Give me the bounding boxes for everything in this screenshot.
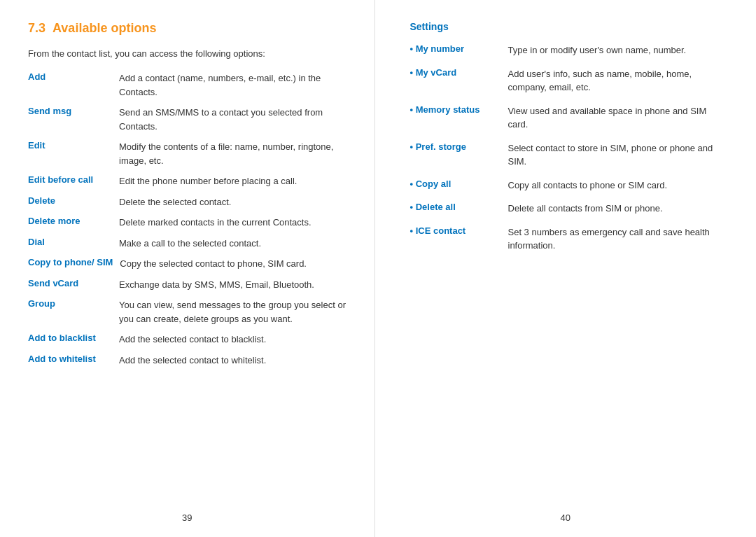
option-label: Edit before call [28, 174, 119, 185]
settings-item-row: My vCardAdd user's info, such as name, m… [410, 67, 729, 95]
section-title: Available options [52, 21, 156, 36]
settings-item-row: Copy allCopy all contacts to phone or SI… [410, 179, 729, 193]
option-description: Copy the selected contact to phone, SIM … [120, 257, 346, 271]
settings-item-description: Set 3 numbers as emergency call and save… [508, 225, 729, 253]
settings-item-label: My number [410, 43, 508, 54]
settings-item-description: Add user's info, such as name, mobile, h… [508, 67, 729, 95]
settings-item-label: My vCard [410, 67, 508, 78]
option-row: Send vCardExchange data by SMS, MMS, Ema… [28, 278, 346, 292]
left-page: 7.3 Available options From the contact l… [0, 0, 375, 537]
settings-item-description: Type in or modify user's own name, numbe… [508, 43, 729, 57]
settings-item-row: Pref. storgeSelect contact to store in S… [410, 141, 729, 169]
option-row: DeleteDelete the selected contact. [28, 195, 346, 209]
settings-item-row: My numberType in or modify user's own na… [410, 43, 729, 57]
settings-item-description: Delete all contacts from SIM or phone. [508, 202, 729, 216]
settings-item-row: ICE contactSet 3 numbers as emergency ca… [410, 225, 729, 253]
settings-title: Settings [410, 21, 729, 32]
option-row: Delete moreDelete marked contacts in the… [28, 216, 346, 230]
option-label: Add to blacklist [28, 333, 119, 343]
option-label: Add to whitelist [28, 354, 119, 364]
option-row: Add to whitelistAdd the selected contact… [28, 354, 346, 368]
option-label: Copy to phone/ SIM [28, 257, 120, 267]
option-label: Send msg [28, 106, 119, 116]
option-label: Add [28, 71, 119, 82]
options-table: AddAdd a contact (name, numbers, e-mail,… [28, 71, 346, 374]
settings-item-description: View used and available space in phone a… [508, 104, 729, 132]
settings-item-row: Delete allDelete all contacts from SIM o… [410, 202, 729, 216]
option-label: Send vCard [28, 278, 119, 288]
left-page-number: 39 [182, 512, 192, 523]
option-description: Make a call to the selected contact. [119, 237, 346, 251]
option-row: Add to blacklistAdd the selected contact… [28, 333, 346, 347]
option-row: AddAdd a contact (name, numbers, e-mail,… [28, 71, 346, 99]
intro-text: From the contact list, you can access th… [28, 48, 346, 59]
settings-item-label: Delete all [410, 202, 508, 212]
option-description: Add a contact (name, numbers, e-mail, et… [119, 71, 346, 99]
right-page-number: 40 [561, 512, 570, 523]
option-row: Send msgSend an SMS/MMS to a contact you… [28, 106, 346, 133]
option-label: Delete [28, 195, 119, 206]
settings-items: My numberType in or modify user's own na… [410, 43, 729, 263]
settings-item-description: Copy all contacts to phone or SIM card. [508, 179, 729, 193]
option-description: Delete marked contacts in the current Co… [119, 216, 346, 230]
option-description: Exchange data by SMS, MMS, Email, Blueto… [119, 278, 346, 292]
option-label: Group [28, 298, 119, 309]
right-page: Settings My numberType in or modify user… [375, 0, 757, 537]
option-label: Dial [28, 237, 119, 247]
option-row: Edit before callEdit the phone number be… [28, 174, 346, 188]
option-description: Edit the phone number before placing a c… [119, 174, 346, 188]
option-description: Add the selected contact to blacklist. [119, 333, 346, 347]
settings-item-label: Memory status [410, 104, 508, 115]
option-row: EditModify the contents of a file: name,… [28, 140, 346, 167]
option-row: GroupYou can view, send messages to the … [28, 298, 346, 326]
settings-item-label: ICE contact [410, 225, 508, 236]
section-number: 7.3 [28, 21, 46, 36]
settings-item-label: Copy all [410, 179, 508, 189]
settings-item-row: Memory statusView used and available spa… [410, 104, 729, 132]
option-label: Edit [28, 140, 119, 151]
option-label: Delete more [28, 216, 119, 226]
option-description: You can view, send messages to the group… [119, 298, 346, 326]
option-description: Delete the selected contact. [119, 195, 346, 209]
option-description: Add the selected contact to whitelist. [119, 354, 346, 368]
option-description: Send an SMS/MMS to a contact you selecte… [119, 106, 346, 133]
option-row: Copy to phone/ SIMCopy the selected cont… [28, 257, 346, 271]
option-description: Modify the contents of a file: name, num… [119, 140, 346, 167]
settings-item-label: Pref. storge [410, 141, 508, 152]
option-row: DialMake a call to the selected contact. [28, 237, 346, 251]
settings-item-description: Select contact to store in SIM, phone or… [508, 141, 729, 169]
